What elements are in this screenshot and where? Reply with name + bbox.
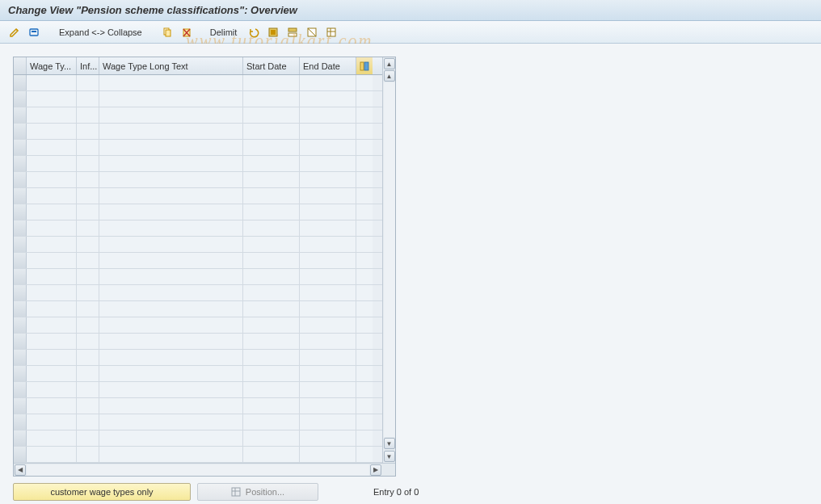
cell-infotype[interactable]: [77, 334, 99, 349]
table-row[interactable]: [14, 334, 382, 350]
cell-end-date[interactable]: [300, 366, 356, 381]
cell-infotype[interactable]: [77, 269, 99, 284]
cell-wage-type[interactable]: [27, 220, 77, 236]
table-row[interactable]: [14, 75, 382, 91]
cell-end-date[interactable]: [300, 269, 356, 284]
cell-end-date[interactable]: [300, 382, 356, 397]
cell-infotype[interactable]: [77, 285, 99, 300]
row-selector[interactable]: [14, 269, 27, 284]
cell-infotype[interactable]: [77, 188, 99, 204]
cell-end-date[interactable]: [300, 398, 356, 414]
cell-wage-long[interactable]: [99, 447, 243, 462]
cell-wage-type[interactable]: [27, 447, 77, 462]
cell-start-date[interactable]: [243, 140, 300, 155]
cell-infotype[interactable]: [77, 366, 99, 381]
col-start-date[interactable]: Start Date: [243, 57, 300, 74]
col-end-date[interactable]: End Date: [300, 57, 356, 74]
cell-wage-long[interactable]: [99, 285, 243, 300]
cell-end-date[interactable]: [300, 350, 356, 365]
toggle-display-change-icon[interactable]: [6, 24, 23, 40]
cell-start-date[interactable]: [243, 317, 300, 333]
cell-start-date[interactable]: [243, 285, 300, 300]
vertical-scrollbar[interactable]: ▲ ▲ ▼ ▼: [382, 57, 395, 463]
cell-wage-long[interactable]: [99, 140, 243, 155]
cell-end-date[interactable]: [300, 447, 356, 462]
cell-infotype[interactable]: [77, 75, 99, 90]
col-wage-type[interactable]: Wage Ty...: [27, 57, 77, 74]
scroll-down-icon[interactable]: ▼: [384, 451, 395, 462]
cell-wage-type[interactable]: [27, 366, 77, 381]
table-row[interactable]: [14, 140, 382, 156]
table-row[interactable]: [14, 237, 382, 253]
cell-start-date[interactable]: [243, 382, 300, 397]
cell-end-date[interactable]: [300, 253, 356, 268]
horizontal-scrollbar[interactable]: ◀ ▶: [14, 463, 395, 476]
cell-infotype[interactable]: [77, 447, 99, 462]
cell-wage-type[interactable]: [27, 75, 77, 90]
cell-end-date[interactable]: [300, 91, 356, 107]
cell-end-date[interactable]: [300, 172, 356, 187]
cell-infotype[interactable]: [77, 204, 99, 220]
cell-wage-type[interactable]: [27, 140, 77, 155]
cell-wage-long[interactable]: [99, 382, 243, 397]
undo-icon[interactable]: [246, 24, 262, 40]
cell-wage-long[interactable]: [99, 398, 243, 414]
cell-start-date[interactable]: [243, 188, 300, 204]
cell-wage-long[interactable]: [99, 269, 243, 284]
cell-wage-long[interactable]: [99, 188, 243, 204]
row-selector[interactable]: [14, 398, 27, 414]
cell-wage-type[interactable]: [27, 334, 77, 349]
cell-wage-type[interactable]: [27, 398, 77, 414]
table-row[interactable]: [14, 156, 382, 172]
cell-wage-type[interactable]: [27, 156, 77, 171]
cell-start-date[interactable]: [243, 253, 300, 268]
cell-start-date[interactable]: [243, 204, 300, 220]
customer-wage-types-button[interactable]: customer wage types only: [13, 483, 191, 501]
row-selector[interactable]: [14, 188, 27, 204]
cell-end-date[interactable]: [300, 140, 356, 155]
cell-wage-type[interactable]: [27, 253, 77, 268]
scroll-up-icon[interactable]: ▲: [384, 58, 395, 69]
table-row[interactable]: [14, 204, 382, 220]
cell-wage-type[interactable]: [27, 188, 77, 204]
table-row[interactable]: [14, 382, 382, 398]
table-row[interactable]: [14, 124, 382, 140]
cell-start-date[interactable]: [243, 366, 300, 381]
table-settings-icon[interactable]: [323, 24, 339, 40]
cell-end-date[interactable]: [300, 317, 356, 333]
table-config-icon[interactable]: [356, 57, 373, 74]
cell-infotype[interactable]: [77, 430, 99, 446]
row-selector[interactable]: [14, 107, 27, 123]
table-row[interactable]: [14, 253, 382, 269]
cell-wage-type[interactable]: [27, 301, 77, 317]
cell-wage-long[interactable]: [99, 366, 243, 381]
cell-infotype[interactable]: [77, 156, 99, 171]
cell-infotype[interactable]: [77, 301, 99, 317]
table-row[interactable]: [14, 447, 382, 463]
cell-infotype[interactable]: [77, 253, 99, 268]
cell-start-date[interactable]: [243, 237, 300, 252]
table-row[interactable]: [14, 91, 382, 107]
expand-collapse-button[interactable]: Expand <-> Collapse: [53, 24, 148, 40]
table-row[interactable]: [14, 285, 382, 301]
cell-start-date[interactable]: [243, 398, 300, 414]
cell-infotype[interactable]: [77, 124, 99, 139]
table-row[interactable]: [14, 430, 382, 447]
table-row[interactable]: [14, 269, 382, 285]
scroll-track[interactable]: [384, 82, 395, 437]
cell-infotype[interactable]: [77, 382, 99, 397]
copy-icon[interactable]: [159, 24, 175, 40]
row-selector[interactable]: [14, 430, 27, 446]
table-row[interactable]: [14, 350, 382, 366]
row-selector[interactable]: [14, 237, 27, 252]
cell-start-date[interactable]: [243, 269, 300, 284]
cell-wage-long[interactable]: [99, 156, 243, 171]
cell-infotype[interactable]: [77, 91, 99, 107]
cell-end-date[interactable]: [300, 220, 356, 236]
hscroll-track[interactable]: [27, 464, 369, 476]
cell-wage-long[interactable]: [99, 237, 243, 252]
cell-wage-type[interactable]: [27, 317, 77, 333]
cell-start-date[interactable]: [243, 107, 300, 123]
cell-start-date[interactable]: [243, 156, 300, 171]
cell-end-date[interactable]: [300, 285, 356, 300]
